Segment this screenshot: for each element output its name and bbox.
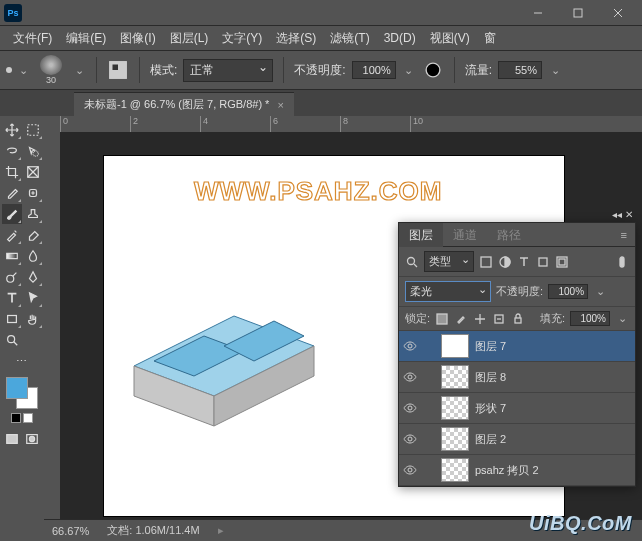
menu-view[interactable]: 视图(V)	[423, 26, 477, 50]
filter-shape-icon[interactable]	[536, 255, 550, 269]
layer-name[interactable]: 图层 7	[475, 339, 506, 354]
menu-filter[interactable]: 滤镜(T)	[323, 26, 376, 50]
layer-opacity-input[interactable]: 100%	[548, 284, 588, 299]
move-tool[interactable]	[2, 120, 22, 140]
menu-edit[interactable]: 编辑(E)	[59, 26, 113, 50]
pen-tool[interactable]	[23, 267, 43, 287]
quickmask-mode-icon[interactable]	[23, 431, 41, 447]
flow-input[interactable]: 55%	[498, 61, 542, 79]
pressure-opacity-icon[interactable]	[422, 59, 444, 81]
lock-paint-icon[interactable]	[454, 312, 468, 326]
maximize-button[interactable]	[558, 1, 598, 25]
type-tool[interactable]	[2, 288, 22, 308]
layer-thumbnail[interactable]	[441, 396, 469, 420]
layer-thumbnail[interactable]	[441, 334, 469, 358]
filter-type-icon[interactable]	[517, 255, 531, 269]
menu-file[interactable]: 文件(F)	[6, 26, 59, 50]
visibility-toggle-icon[interactable]	[403, 370, 417, 384]
standard-mode-icon[interactable]	[3, 431, 21, 447]
tool-preset-picker[interactable]: ⌄	[6, 64, 30, 77]
lasso-tool[interactable]	[2, 141, 22, 161]
document-tab[interactable]: 未标题-1 @ 66.7% (图层 7, RGB/8#) * ×	[74, 92, 294, 116]
panel-collapse-icon[interactable]: ◂◂ ✕	[612, 209, 633, 220]
gradient-tool[interactable]	[2, 246, 22, 266]
lock-position-icon[interactable]	[473, 312, 487, 326]
menu-image[interactable]: 图像(I)	[113, 26, 162, 50]
hand-tool[interactable]	[23, 309, 43, 329]
color-swatches[interactable]	[6, 377, 38, 409]
layer-blend-mode-select[interactable]: 柔光	[405, 281, 491, 302]
eraser-tool[interactable]	[23, 225, 43, 245]
menu-select[interactable]: 选择(S)	[269, 26, 323, 50]
lock-transparency-icon[interactable]	[435, 312, 449, 326]
lock-artboard-icon[interactable]	[492, 312, 506, 326]
more-tools[interactable]: ⋯	[2, 351, 42, 371]
minimize-button[interactable]	[518, 1, 558, 25]
layer-name[interactable]: 图层 8	[475, 370, 506, 385]
history-brush-tool[interactable]	[2, 225, 22, 245]
layer-name[interactable]: 图层 2	[475, 432, 506, 447]
menu-3d[interactable]: 3D(D)	[377, 26, 423, 50]
zoom-tool[interactable]	[2, 330, 22, 350]
stamp-tool[interactable]	[23, 204, 43, 224]
visibility-toggle-icon[interactable]	[403, 463, 417, 477]
panel-menu-icon[interactable]: ≡	[613, 229, 635, 241]
layer-filter-select[interactable]: 类型	[424, 251, 474, 272]
lock-all-icon[interactable]	[511, 312, 525, 326]
ruler-origin[interactable]	[44, 116, 60, 132]
layer-opacity-chevron[interactable]: ⌄	[593, 285, 607, 298]
status-menu-icon[interactable]: ▸	[218, 524, 224, 537]
fill-input[interactable]: 100%	[570, 311, 610, 326]
tab-layers[interactable]: 图层	[399, 223, 443, 247]
marquee-tool[interactable]	[23, 120, 43, 140]
filter-pixel-icon[interactable]	[479, 255, 493, 269]
layer-thumbnail[interactable]	[441, 458, 469, 482]
search-icon[interactable]	[405, 255, 419, 269]
eyedropper-tool[interactable]	[2, 183, 22, 203]
tab-paths[interactable]: 路径	[487, 223, 531, 247]
layer-row[interactable]: 形状 7	[399, 393, 635, 424]
brush-panel-toggle-icon[interactable]	[107, 59, 129, 81]
foreground-color-swatch[interactable]	[6, 377, 28, 399]
path-select-tool[interactable]	[23, 288, 43, 308]
crop-tool[interactable]	[2, 162, 22, 182]
layers-panel[interactable]: ◂◂ ✕ 图层 通道 路径 ≡ 类型 柔光 不透明度: 100% ⌄ 锁定: 填…	[398, 222, 636, 487]
filter-toggle-icon[interactable]	[615, 255, 629, 269]
vertical-ruler[interactable]	[44, 132, 60, 519]
rectangle-tool[interactable]	[2, 309, 22, 329]
dodge-tool[interactable]	[2, 267, 22, 287]
opacity-input[interactable]: 100%	[352, 61, 396, 79]
brush-tool[interactable]	[2, 204, 22, 224]
swap-colors-icon[interactable]	[23, 413, 33, 423]
blend-mode-select[interactable]: 正常	[183, 59, 273, 82]
visibility-toggle-icon[interactable]	[403, 432, 417, 446]
layer-thumbnail[interactable]	[441, 427, 469, 451]
healing-tool[interactable]	[23, 183, 43, 203]
brush-preset-picker[interactable]: 30	[36, 55, 66, 85]
visibility-toggle-icon[interactable]	[403, 401, 417, 415]
layer-row[interactable]: 图层 2	[399, 424, 635, 455]
filter-adjust-icon[interactable]	[498, 255, 512, 269]
menu-window[interactable]: 窗	[477, 26, 503, 50]
horizontal-ruler[interactable]: 0246810	[60, 116, 642, 132]
close-tab-icon[interactable]: ×	[277, 99, 283, 111]
default-colors-icon[interactable]	[11, 413, 21, 423]
menu-type[interactable]: 文字(Y)	[215, 26, 269, 50]
layer-name[interactable]: 形状 7	[475, 401, 506, 416]
layer-row[interactable]: 图层 8	[399, 362, 635, 393]
layer-row[interactable]: psahz 拷贝 2	[399, 455, 635, 486]
frame-tool[interactable]	[23, 162, 43, 182]
brush-dropdown-icon[interactable]: ⌄	[72, 64, 86, 77]
quick-select-tool[interactable]	[23, 141, 43, 161]
visibility-toggle-icon[interactable]	[403, 339, 417, 353]
layer-name[interactable]: psahz 拷贝 2	[475, 463, 539, 478]
menu-layer[interactable]: 图层(L)	[163, 26, 216, 50]
zoom-level[interactable]: 66.67%	[52, 525, 89, 537]
opacity-chevron-icon[interactable]: ⌄	[402, 64, 416, 77]
close-button[interactable]	[598, 1, 638, 25]
layer-thumbnail[interactable]	[441, 365, 469, 389]
filter-smart-icon[interactable]	[555, 255, 569, 269]
tab-channels[interactable]: 通道	[443, 223, 487, 247]
flow-chevron-icon[interactable]: ⌄	[548, 64, 562, 77]
layer-row[interactable]: 图层 7	[399, 331, 635, 362]
